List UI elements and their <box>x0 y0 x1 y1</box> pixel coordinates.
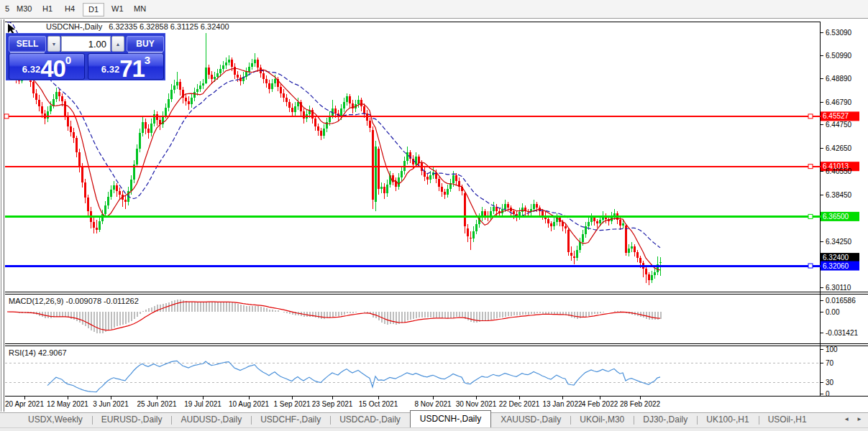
chart-title: USDCNH-,Daily6.32335 6.32858 6.31125 6.3… <box>46 22 229 31</box>
svg-text:70: 70 <box>826 359 834 367</box>
chevron-down-icon: ▼ <box>52 42 57 47</box>
buy-price-button[interactable]: 6.32713 <box>88 53 164 80</box>
tab-symbol-usdcnh[interactable]: USDCNH-,Daily <box>410 410 491 427</box>
svg-text:6.32400: 6.32400 <box>823 254 849 261</box>
svg-text:6.30110: 6.30110 <box>826 284 851 292</box>
svg-text:6.42650: 6.42650 <box>826 144 852 152</box>
volume-increase-button[interactable]: ▲ <box>111 36 124 52</box>
sell-price-main: 40 <box>40 55 65 82</box>
svg-text:20 Apr 2021: 20 Apr 2021 <box>5 400 44 408</box>
rsi-axis: 10070300 <box>820 346 838 398</box>
svg-text:0: 0 <box>826 390 830 398</box>
tab-symbol-usdx[interactable]: USDX,Weekly <box>19 413 92 427</box>
svg-text:13 Jan 2022: 13 Jan 2022 <box>542 400 582 408</box>
hline-handle[interactable] <box>4 114 9 119</box>
hline-handle[interactable] <box>808 164 813 169</box>
sell-price-button[interactable]: 6.32400 <box>9 53 85 80</box>
tab-symbol-audusd[interactable]: AUDUSD-,Daily <box>171 413 251 427</box>
svg-text:22 Dec 2021: 22 Dec 2021 <box>499 400 540 408</box>
svg-text:23 Sep 2021: 23 Sep 2021 <box>312 400 353 408</box>
status-strip <box>0 427 868 431</box>
price-tag-6.45527: 6.45527 <box>821 111 859 121</box>
svg-text:15 Oct 2021: 15 Oct 2021 <box>359 400 398 408</box>
price-tag-6.36500: 6.36500 <box>821 212 859 221</box>
sell-price-prefix: 6.32 <box>22 64 40 75</box>
chevron-up-icon: ▲ <box>116 42 121 47</box>
svg-text:28 Feb 2022: 28 Feb 2022 <box>620 400 661 408</box>
svg-text:8 Nov 2021: 8 Nov 2021 <box>414 400 452 408</box>
volume-decrease-button[interactable]: ▼ <box>47 36 60 52</box>
tab-symbol-usoil[interactable]: USOil-,H1 <box>759 413 816 427</box>
hline-6.32060[interactable] <box>5 264 821 268</box>
hline-6.36500[interactable] <box>5 214 821 218</box>
svg-text:6.45527: 6.45527 <box>823 112 849 120</box>
macd-indicator-label: MACD(12,26,9) -0.009078 -0.011262 <box>9 297 139 305</box>
scroll-tabs-right-icon[interactable]: ► <box>856 415 862 424</box>
svg-text:4 Feb 2022: 4 Feb 2022 <box>582 400 618 408</box>
svg-text:0.016586: 0.016586 <box>826 297 856 305</box>
svg-text:30 Nov 2021: 30 Nov 2021 <box>456 400 497 408</box>
hline-handle[interactable] <box>808 264 813 268</box>
svg-text:10 Aug 2021: 10 Aug 2021 <box>229 400 270 408</box>
hline-6.45527[interactable] <box>4 114 821 119</box>
sell-button[interactable]: SELL <box>9 36 46 52</box>
rsi-pane <box>47 361 660 391</box>
rsi-indicator-label: RSI(14) 42.9067 <box>9 348 67 357</box>
svg-text:6.36500: 6.36500 <box>823 213 849 221</box>
tab-symbol-eurusd[interactable]: EURUSD-,Daily <box>92 413 172 427</box>
mt4-window: 5 M30 H1 H4 D1 W1 MN 6.324006.455276.410… <box>0 0 868 431</box>
tab-symbol-uk100[interactable]: UK100-,H1 <box>697 413 758 427</box>
svg-text:0.00: 0.00 <box>826 308 840 316</box>
svg-text:-0.031421: -0.031421 <box>826 329 858 337</box>
hline-handle[interactable] <box>808 114 813 119</box>
hline-handle[interactable] <box>808 214 813 218</box>
svg-text:6.48890: 6.48890 <box>826 75 852 83</box>
date-axis: 20 Apr 202112 May 20213 Jun 202125 Jun 2… <box>5 397 660 408</box>
chart-symbol-label: USDCNH-,Daily <box>46 22 102 31</box>
sell-price-pip: 0 <box>65 54 71 66</box>
svg-text:6.46790: 6.46790 <box>826 98 852 106</box>
svg-text:1 Sep 2021: 1 Sep 2021 <box>273 400 311 408</box>
buy-button[interactable]: BUY <box>127 36 164 52</box>
chart-ohlc-values: 6.32335 6.32858 6.31125 6.32400 <box>109 22 229 31</box>
svg-text:6.32060: 6.32060 <box>823 262 849 270</box>
price-axis: 6.530906.509906.488906.467906.447506.426… <box>820 29 852 292</box>
svg-text:19 Jul 2021: 19 Jul 2021 <box>184 400 221 408</box>
tab-scroll-controls: ◄ ► <box>844 415 862 424</box>
scroll-tabs-left-icon[interactable]: ◄ <box>844 415 849 424</box>
svg-text:6.34250: 6.34250 <box>826 238 852 246</box>
svg-text:100: 100 <box>826 346 838 353</box>
one-click-trade-panel: SELL ▼ ▲ BUY 6.32400 6.32713 <box>6 33 165 80</box>
svg-text:3 Jun 2021: 3 Jun 2021 <box>93 400 129 408</box>
buy-price-pip: 3 <box>145 54 150 66</box>
buy-price-prefix: 6.32 <box>101 64 119 75</box>
macd-axis: 0.0165860.00-0.031421 <box>820 297 858 337</box>
svg-text:6.50990: 6.50990 <box>826 52 852 60</box>
volume-input[interactable] <box>61 36 111 52</box>
current-price-tag: 6.32400 <box>821 253 859 262</box>
svg-text:6.53090: 6.53090 <box>826 29 852 37</box>
price-tag-6.32060: 6.32060 <box>821 261 859 271</box>
svg-text:30: 30 <box>826 379 834 386</box>
svg-text:6.38450: 6.38450 <box>826 191 852 199</box>
tab-symbol-ukoil[interactable]: UKOil-,M30 <box>570 413 634 427</box>
svg-text:12 May 2021: 12 May 2021 <box>47 400 88 408</box>
buy-price-main: 71 <box>119 55 145 82</box>
symbol-tab-bar: USDX,Weekly EURUSD-,Daily AUDUSD-,Daily … <box>0 412 868 427</box>
tab-symbol-xauusd[interactable]: XAUUSD-,Daily <box>491 413 570 427</box>
tab-symbol-dj30[interactable]: DJ30-,Daily <box>634 413 697 427</box>
svg-text:25 Jun 2021: 25 Jun 2021 <box>137 400 176 408</box>
tab-symbol-usdcad[interactable]: USDCAD-,Daily <box>330 413 410 427</box>
tab-symbol-usdchf[interactable]: USDCHF-,Daily <box>251 413 330 427</box>
svg-text:6.40550: 6.40550 <box>826 167 852 175</box>
svg-text:6.44750: 6.44750 <box>826 121 852 129</box>
hline-6.41013[interactable] <box>5 164 821 169</box>
